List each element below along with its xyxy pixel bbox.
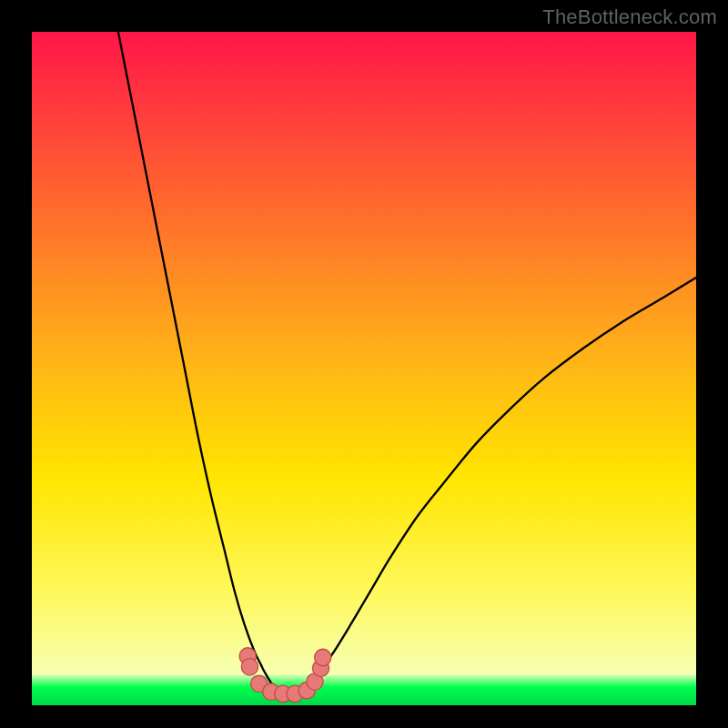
watermark-text: TheBottleneck.com [542, 5, 717, 29]
gradient-background [32, 32, 696, 705]
green-band [32, 675, 696, 705]
data-marker [241, 659, 258, 676]
chart-frame: TheBottleneck.com [0, 0, 728, 728]
chart-svg [32, 32, 696, 705]
data-marker [315, 649, 331, 666]
